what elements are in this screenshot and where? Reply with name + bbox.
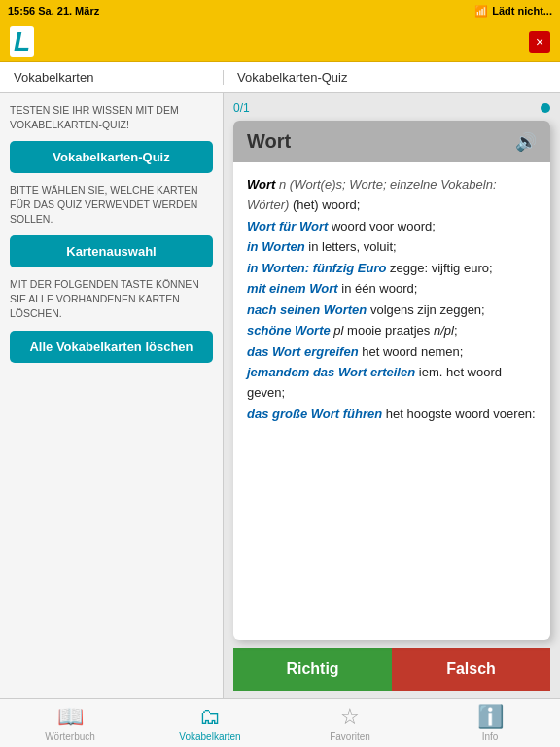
kartenauswahl-button[interactable]: Kartenauswahl bbox=[10, 235, 213, 267]
info-icon: ℹ️ bbox=[477, 704, 504, 729]
left-panel-header: Vokabelkarten bbox=[0, 70, 224, 85]
favoriten-label: Favoriten bbox=[330, 731, 370, 742]
loeschen-description-text: MIT DER FOLGENDEN TASTE KÖNNEN SIE ALLE … bbox=[10, 277, 213, 320]
tab-vokabelkarten[interactable]: 🗂 Vokabelkarten bbox=[140, 699, 280, 747]
speaker-icon[interactable]: 🔊 bbox=[515, 131, 537, 153]
vokabelkarten-label: Vokabelkarten bbox=[179, 731, 240, 742]
right-panel-header: Vokabelkarten-Quiz bbox=[224, 70, 560, 85]
tab-bar: 📖 Wörterbuch 🗂 Vokabelkarten ☆ Favoriten… bbox=[0, 698, 560, 747]
close-button[interactable]: × bbox=[529, 31, 550, 53]
quiz-status-dot bbox=[541, 103, 550, 113]
app-logo: L bbox=[10, 26, 34, 57]
main-content: TESTEN SIE IHR WISSEN MIT DEM VOKABELKAR… bbox=[0, 93, 560, 698]
flashcard: Wort 🔊 Wort n (Wort(e)s; Worte; einzelne… bbox=[233, 121, 550, 640]
card-header: Wort 🔊 bbox=[233, 121, 550, 162]
left-panel: TESTEN SIE IHR WISSEN MIT DEM VOKABELKAR… bbox=[0, 93, 224, 698]
column-headers: Vokabelkarten Vokabelkarten-Quiz bbox=[0, 62, 560, 93]
status-bar: 15:56 Sa. 21. März 📶 Lädt nicht... bbox=[0, 0, 560, 21]
tab-info[interactable]: ℹ️ Info bbox=[420, 699, 560, 747]
loading-text: Lädt nicht... bbox=[492, 5, 552, 17]
falsch-button[interactable]: Falsch bbox=[392, 648, 550, 691]
card-word-title: Wort bbox=[247, 130, 291, 153]
quiz-description-text: TESTEN SIE IHR WISSEN MIT DEM VOKABELKAR… bbox=[10, 103, 213, 131]
quiz-counter: 0/1 bbox=[233, 101, 250, 115]
quiz-counter-row: 0/1 bbox=[233, 101, 550, 115]
favoriten-icon: ☆ bbox=[340, 704, 360, 729]
tab-favoriten[interactable]: ☆ Favoriten bbox=[280, 699, 420, 747]
vokabelkarten-quiz-button[interactable]: Vokabelkarten-Quiz bbox=[10, 141, 213, 173]
info-label: Info bbox=[482, 731, 499, 742]
wifi-icon: 📶 bbox=[474, 5, 488, 18]
alle-loeschen-button[interactable]: Alle Vokabelkarten löschen bbox=[10, 331, 213, 363]
status-time: 15:56 Sa. 21. März bbox=[8, 5, 99, 17]
app-header: L × bbox=[0, 21, 560, 62]
richtig-button[interactable]: Richtig bbox=[233, 648, 392, 691]
karten-description-text: BITTE WÄHLEN SIE, WELCHE KARTEN FÜR DAS … bbox=[10, 183, 213, 226]
status-right: 📶 Lädt nicht... bbox=[474, 5, 552, 18]
woerterbuch-icon: 📖 bbox=[57, 704, 84, 729]
answer-row: Richtig Falsch bbox=[233, 648, 550, 691]
vokabelkarten-icon: 🗂 bbox=[199, 704, 221, 729]
woerterbuch-label: Wörterbuch bbox=[45, 731, 95, 742]
card-body: Wort n (Wort(e)s; Worte; einzelne Vokabe… bbox=[233, 162, 550, 436]
tab-woerterbuch[interactable]: 📖 Wörterbuch bbox=[0, 699, 140, 747]
right-panel: 0/1 Wort 🔊 Wort n (Wort(e)s; Worte; einz… bbox=[224, 93, 560, 698]
